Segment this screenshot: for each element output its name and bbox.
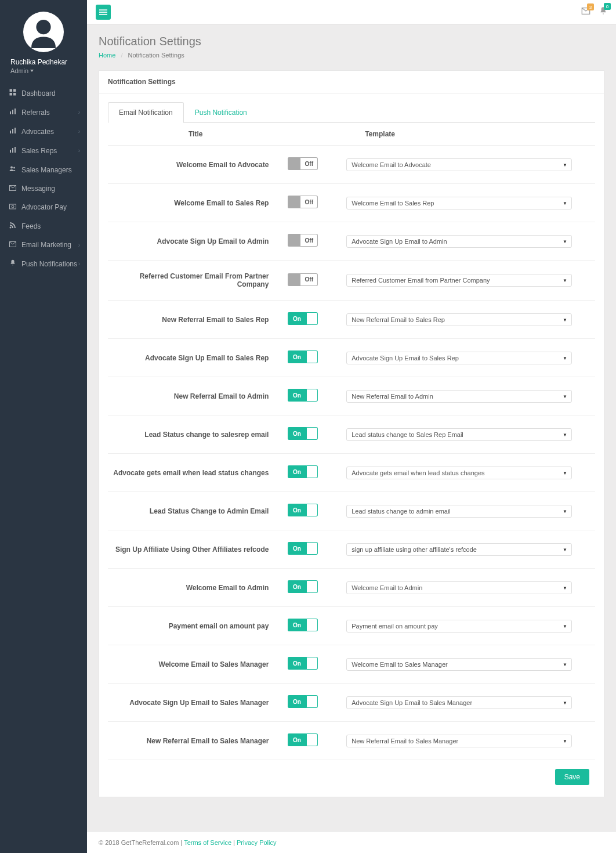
mail-badge: 3 [587,3,594,10]
template-select[interactable]: Referred Customer Email from Partner Com… [346,274,572,287]
header-template: Template [342,123,595,146]
toggle-switch[interactable]: On [288,542,318,555]
template-select[interactable]: sign up affiliate using other affiliate'… [346,543,572,556]
row-toggle-cell: On [283,607,342,645]
table-row: Advocate Sign Up Email to AdminOffAdvoca… [108,222,595,261]
sidebar-item-advocator-pay[interactable]: Advocator Pay [0,198,87,216]
sidebar-item-sales-managers[interactable]: Sales Managers [0,160,87,179]
toggle-label: Off [300,157,318,170]
row-title: Advocate Sign Up Email to Sales Manager [108,684,283,722]
template-select-wrap: New Referral Email to Admin▼ [346,390,572,403]
template-select[interactable]: New Referral Email to Admin [346,390,572,403]
template-select[interactable]: New Referral Email to Sales Manager [346,735,572,747]
toggle-handle [306,427,318,440]
template-select[interactable]: Welcome Email to Sales Rep [346,197,572,209]
user-name: Ruchika Pedhekar [10,58,77,66]
row-toggle-cell: On [283,530,342,569]
template-select-wrap: Referred Customer Email from Partner Com… [346,274,572,287]
tab-email-notification[interactable]: Email Notification [108,102,184,123]
template-select[interactable]: Welcome Email to Sales Manager [346,658,572,671]
toggle-switch[interactable]: On [288,695,318,708]
toggle-switch[interactable]: On [288,350,318,363]
sidebar-item-push-notifications[interactable]: Push Notifications› [0,254,87,273]
mail-button[interactable]: 3 [581,7,590,17]
sidebar-item-feeds[interactable]: Feeds [0,216,87,236]
avatar[interactable] [23,12,64,52]
row-toggle-cell: On [283,645,342,684]
bell-button[interactable]: 0 [599,6,607,17]
toggle-label: Off [300,273,318,286]
toggle-switch[interactable]: Off [288,157,318,170]
row-template-cell: Advocate gets email when lead status cha… [342,454,595,492]
footer-terms-link[interactable]: Terms of Service [184,839,231,846]
sidebar-item-messaging[interactable]: Messaging [0,179,87,198]
row-title: Lead Status change to salesrep email [108,415,283,454]
footer: © 2018 GetTheReferral.com | Terms of Ser… [87,832,616,853]
template-select[interactable]: Payment email on amount pay [346,620,572,632]
breadcrumb-home[interactable]: Home [99,52,115,59]
template-select[interactable]: Lead status change to Sales Rep Email [346,428,572,441]
template-select[interactable]: Advocate gets email when lead status cha… [346,467,572,479]
template-select[interactable]: Welcome Email to Admin [346,581,572,594]
toggle-switch[interactable]: On [288,504,318,516]
template-select-wrap: Welcome Email to Admin▼ [346,581,572,594]
toggle-switch[interactable]: On [288,619,318,631]
toggle-switch[interactable]: Off [288,273,318,286]
table-row: Welcome Email to AdminOnWelcome Email to… [108,569,595,607]
template-select[interactable]: Advocate Sign Up Email to Sales Manager [346,696,572,709]
row-toggle-cell: On [283,454,342,492]
table-row: New Referral Email to AdminOnNew Referra… [108,377,595,415]
svg-point-0 [36,20,50,34]
users-icon [9,165,17,174]
row-title: New Referral Email to Sales Rep [108,301,283,339]
row-title: Welcome Email to Admin [108,569,283,607]
sidebar-item-email-marketing[interactable]: Email Marketing› [0,236,87,254]
breadcrumb: Home / Notification Settings [99,52,604,59]
template-select-wrap: Advocate Sign Up Email to Admin▼ [346,235,572,248]
svg-rect-9 [12,129,13,133]
template-select[interactable]: Lead status change to admin email [346,505,572,518]
save-button[interactable]: Save [555,769,589,785]
sidebar-item-label: Dashboard [21,89,56,97]
toggle-switch[interactable]: Off [288,234,318,247]
toggle-switch[interactable]: On [288,580,318,593]
template-select[interactable]: Advocate Sign Up Email to Admin [346,235,572,248]
toggle-switch[interactable]: On [288,312,318,325]
grid-icon [9,89,17,97]
svg-rect-8 [10,131,11,133]
bell-icon [9,259,17,268]
toggle-switch[interactable]: On [288,389,318,402]
toggle-switch[interactable]: On [288,427,318,440]
row-template-cell: New Referral Email to Sales Manager▼ [342,722,595,760]
user-role-dropdown[interactable]: Admin [10,67,34,74]
footer-privacy-link[interactable]: Privacy Policy [237,839,276,846]
row-toggle-cell: On [283,377,342,415]
sidebar-item-advocates[interactable]: Advocates› [0,122,87,141]
template-select-wrap: Advocate Sign Up Email to Sales Rep▼ [346,352,572,364]
money-icon [9,203,17,211]
row-template-cell: New Referral Email to Sales Rep▼ [342,301,595,339]
sidebar-item-label: Advocator Pay [21,203,67,211]
toggle-handle [306,619,318,631]
table-row: Advocate gets email when lead status cha… [108,454,595,492]
chevron-right-icon: › [78,261,80,267]
sidebar-item-dashboard[interactable]: Dashboard [0,84,87,103]
template-select[interactable]: Advocate Sign Up Email to Sales Rep [346,352,572,364]
toggle-switch[interactable]: On [288,657,318,670]
toggle-label: On [288,465,306,478]
toggle-switch[interactable]: On [288,733,318,746]
toggle-handle [306,542,318,555]
table-row: Referred Customer Email From Partner Com… [108,261,595,301]
toggle-switch[interactable]: Off [288,196,318,208]
tab-push-notification[interactable]: Push Notification [184,102,258,123]
toggle-handle [306,504,318,516]
sidebar-item-sales-reps[interactable]: Sales Reps› [0,141,87,160]
row-title: Sign Up Affiliate Using Other Affiliates… [108,530,283,569]
svg-rect-12 [12,148,13,153]
toggle-switch[interactable]: On [288,465,318,478]
template-select[interactable]: Welcome Email to Advocate [346,158,572,171]
menu-toggle-button[interactable] [96,5,111,20]
sidebar-item-referrals[interactable]: Referrals› [0,103,87,122]
template-select[interactable]: New Referral Email to Sales Rep [346,313,572,326]
svg-rect-2 [13,89,16,92]
